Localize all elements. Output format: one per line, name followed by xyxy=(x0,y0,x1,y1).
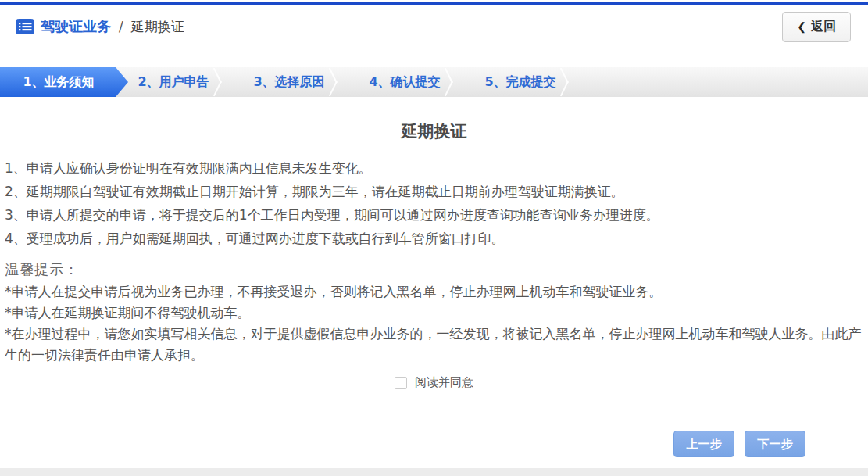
bottom-strip xyxy=(0,468,868,476)
page-title: 延期换证 xyxy=(5,120,863,142)
step-1-business-notice: 1、业务须知 xyxy=(0,67,128,97)
agree-row: 阅读并同意 xyxy=(5,375,863,390)
list-icon xyxy=(16,19,34,34)
tip-item-2: *申请人在延期换证期间不得驾驶机动车。 xyxy=(5,302,863,324)
back-chevron-icon: ❮ xyxy=(797,20,806,33)
step-4-confirm-submit: 4、确认提交 xyxy=(347,67,463,97)
tip-item-3: *在办理过程中，请您如实填写相关信息，对于提供虚假信息申办业务的，一经发现，将被… xyxy=(5,324,863,366)
back-button[interactable]: ❮ 返回 xyxy=(782,12,851,42)
breadcrumb-section[interactable]: 驾驶证业务 xyxy=(41,17,111,36)
header: 驾驶证业务 / 延期换证 ❮ 返回 xyxy=(0,5,868,48)
notice-item-2: 2、延期期限自驾驶证有效期截止日期开始计算，期限为三年，请在延期截止日期前办理驾… xyxy=(5,180,863,203)
step-label: 5、完成提交 xyxy=(484,74,555,91)
main-content: 延期换证 1、申请人应确认身份证明在有效期限满内且信息未发生变化。 2、延期期限… xyxy=(0,120,868,390)
agree-checkbox[interactable] xyxy=(395,377,407,389)
back-button-label: 返回 xyxy=(811,19,836,35)
page: 驾驶证业务 / 延期换证 ❮ 返回 1、业务须知 2、用户申告 3、选择原因 4… xyxy=(0,2,868,476)
step-label: 1、业务须知 xyxy=(23,74,105,91)
step-label: 2、用户申告 xyxy=(138,74,209,91)
step-wizard-bar: 1、业务须知 2、用户申告 3、选择原因 4、确认提交 5、完成提交 xyxy=(0,67,868,97)
previous-step-button[interactable]: 上一步 xyxy=(673,431,734,457)
tips-heading: 温馨提示： xyxy=(5,258,863,281)
agree-label[interactable]: 阅读并同意 xyxy=(415,375,473,390)
notice-list: 1、申请人应确认身份证明在有效期限满内且信息未发生变化。 2、延期期限自驾驶证有… xyxy=(5,156,863,250)
step-3-select-reason: 3、选择原因 xyxy=(231,67,347,97)
tips-list: *申请人在提交申请后视为业务已办理，不再接受退办，否则将记入黑名单，停止办理网上… xyxy=(5,281,863,366)
step-2-user-declaration: 2、用户申告 xyxy=(116,67,231,97)
next-step-button[interactable]: 下一步 xyxy=(745,431,805,457)
step-label: 4、确认提交 xyxy=(369,74,440,91)
step-5-complete-submit: 5、完成提交 xyxy=(463,67,578,97)
step-bar-filler xyxy=(578,67,868,97)
notice-item-4: 4、受理成功后，用户如需延期回执，可通过网办进度下载或自行到车管所窗口打印。 xyxy=(5,227,863,250)
step-label: 3、选择原因 xyxy=(253,74,324,91)
notice-item-3: 3、申请人所提交的申请，将于提交后的1个工作日内受理，期间可以通过网办进度查询功… xyxy=(5,203,863,227)
breadcrumb: 驾驶证业务 / 延期换证 xyxy=(16,17,184,36)
tip-item-1: *申请人在提交申请后视为业务已办理，不再接受退办，否则将记入黑名单，停止办理网上… xyxy=(5,281,863,302)
breadcrumb-current: 延期换证 xyxy=(131,18,184,36)
breadcrumb-separator: / xyxy=(119,19,123,34)
notice-item-1: 1、申请人应确认身份证明在有效期限满内且信息未发生变化。 xyxy=(5,156,863,180)
wizard-actions: 上一步 下一步 xyxy=(673,431,805,457)
